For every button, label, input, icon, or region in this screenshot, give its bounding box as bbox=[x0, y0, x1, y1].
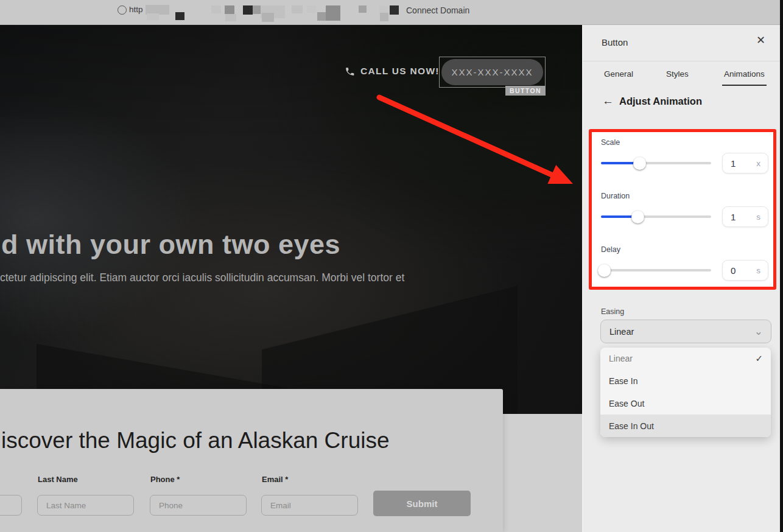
delay-label: Delay bbox=[601, 245, 768, 254]
slider-thumb[interactable] bbox=[633, 157, 646, 170]
email-input[interactable] bbox=[261, 495, 358, 516]
url-protocol-icon bbox=[118, 5, 127, 15]
browser-topbar: http Connect Domain bbox=[0, 0, 780, 25]
scale-slider[interactable] bbox=[601, 157, 711, 170]
duration-slider[interactable] bbox=[601, 211, 711, 223]
panel-title: Button bbox=[602, 37, 628, 47]
scale-unit: x bbox=[756, 159, 760, 168]
form-heading[interactable]: iscover the Magic of an Alaskan Cruise bbox=[1, 428, 390, 453]
highlight-red-box: Scale 1 x Duration bbox=[589, 129, 776, 290]
slider-rail bbox=[601, 269, 711, 272]
duration-unit: s bbox=[756, 212, 760, 222]
redacted-block bbox=[292, 5, 303, 13]
phone-icon bbox=[345, 66, 355, 77]
scale-label: Scale bbox=[601, 138, 768, 147]
easing-select[interactable]: Linear ⌄ bbox=[600, 320, 771, 343]
delay-slider[interactable] bbox=[601, 264, 711, 277]
panel-header: Button ✕ bbox=[583, 25, 780, 61]
duration-value-box[interactable]: 1 s bbox=[722, 206, 768, 227]
tab-general[interactable]: General bbox=[604, 61, 633, 86]
slider-thumb[interactable] bbox=[598, 264, 611, 277]
duration-value: 1 bbox=[731, 212, 736, 222]
checkmark-icon: ✓ bbox=[755, 353, 763, 364]
delay-value-box[interactable]: 0 s bbox=[722, 260, 768, 281]
redacted-block bbox=[262, 13, 274, 22]
redacted-block bbox=[326, 5, 340, 21]
chevron-down-icon: ⌄ bbox=[754, 325, 763, 338]
close-icon[interactable]: ✕ bbox=[756, 35, 765, 46]
redacted-block bbox=[307, 5, 316, 13]
redacted-block bbox=[379, 6, 388, 13]
hero-section: CALL US NOW! XXX-XXX-XXXX BUTTON d with … bbox=[0, 25, 582, 414]
easing-option-ease-in[interactable]: Ease In bbox=[600, 370, 771, 393]
url-prefix: http bbox=[129, 5, 143, 14]
easing-option-ease-in-out[interactable]: Ease In Out bbox=[600, 415, 771, 437]
panel-tabs: General Styles Animations bbox=[583, 61, 780, 86]
redacted-block bbox=[225, 5, 234, 14]
redacted-block bbox=[147, 13, 159, 20]
contact-form-card: iscover the Magic of an Alaskan Cruise L… bbox=[0, 389, 503, 532]
scale-value-box[interactable]: 1 x bbox=[722, 153, 768, 173]
slider-thumb[interactable] bbox=[631, 211, 644, 223]
phone-number-button[interactable]: XXX-XXX-XXXX bbox=[441, 59, 543, 85]
last-name-label: Last Name bbox=[38, 475, 78, 484]
delay-value: 0 bbox=[731, 265, 736, 276]
phone-input[interactable] bbox=[150, 495, 247, 516]
easing-option-ease-out[interactable]: Ease Out bbox=[600, 393, 771, 415]
call-us-block[interactable]: CALL US NOW! bbox=[345, 66, 440, 77]
selection-tag-badge: BUTTON bbox=[505, 86, 546, 96]
scale-control: Scale 1 x bbox=[601, 138, 768, 173]
easing-selected-value: Linear bbox=[609, 327, 634, 337]
phone-label: Phone * bbox=[150, 475, 180, 484]
back-arrow-icon[interactable]: ← bbox=[602, 94, 614, 108]
redacted-block bbox=[211, 5, 221, 13]
easing-label: Easing bbox=[601, 307, 624, 316]
screen-edge-strip bbox=[780, 0, 783, 532]
site-canvas: CALL US NOW! XXX-XXX-XXXX BUTTON d with … bbox=[0, 25, 582, 532]
delay-control: Delay 0 s bbox=[601, 245, 768, 281]
first-name-input-partial[interactable] bbox=[0, 495, 22, 516]
call-us-label: CALL US NOW! bbox=[360, 66, 440, 77]
tab-styles[interactable]: Styles bbox=[666, 61, 689, 86]
redacted-block bbox=[225, 14, 236, 21]
easing-option-linear[interactable]: Linear ✓ bbox=[600, 348, 771, 370]
email-label: Email * bbox=[262, 475, 288, 484]
settings-panel: Button ✕ General Styles Animations ← Adj… bbox=[583, 25, 780, 532]
redacted-block bbox=[243, 5, 253, 15]
redacted-block bbox=[175, 12, 184, 20]
tab-animations[interactable]: Animations bbox=[724, 61, 765, 86]
hero-paragraph[interactable]: ctetur adipiscing elit. Etiam auctor orc… bbox=[0, 271, 404, 284]
redacted-block bbox=[390, 5, 399, 15]
redacted-block bbox=[380, 13, 388, 21]
panel-subtitle: Adjust Animation bbox=[619, 96, 702, 107]
duration-label: Duration bbox=[601, 192, 768, 200]
delay-unit: s bbox=[756, 266, 760, 275]
submit-button[interactable]: Submit bbox=[373, 491, 471, 516]
connect-domain-button[interactable]: Connect Domain bbox=[406, 5, 469, 15]
last-name-input[interactable] bbox=[37, 495, 134, 516]
button-selection-frame: XXX-XXX-XXXX bbox=[439, 57, 546, 88]
redacted-block bbox=[359, 5, 367, 13]
hero-heading[interactable]: d with your own two eyes bbox=[1, 229, 340, 261]
duration-control: Duration 1 s bbox=[601, 192, 768, 227]
scale-value: 1 bbox=[731, 158, 736, 169]
easing-dropdown-menu: Linear ✓ Ease In Ease Out Ease In Out bbox=[600, 348, 771, 437]
adjust-animation-header: ← Adjust Animation bbox=[583, 93, 780, 111]
